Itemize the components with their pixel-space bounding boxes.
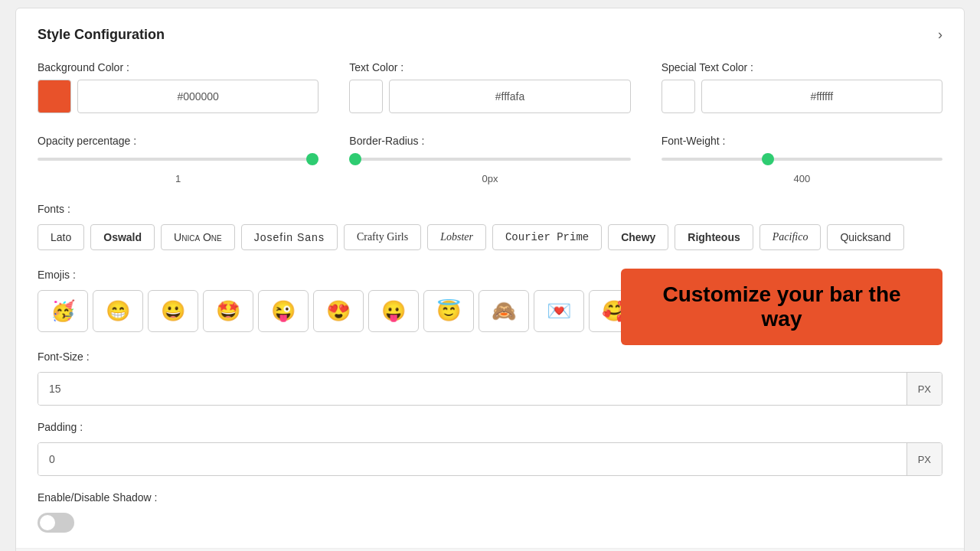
- font-btn-unica[interactable]: Unica One: [161, 224, 235, 250]
- shadow-toggle[interactable]: [38, 513, 74, 533]
- padding-row: Padding : PX: [38, 421, 942, 476]
- font-weight-label: Font-Weight :: [662, 135, 942, 147]
- bg-color-swatch[interactable]: [38, 80, 71, 113]
- font-btn-josefin[interactable]: Josefin Sans: [241, 224, 338, 250]
- opacity-value: 1: [38, 173, 318, 184]
- fontsize-row: Font-Size : PX: [38, 350, 942, 406]
- font-btn-lato[interactable]: Lato: [38, 224, 84, 250]
- shadow-section: Enable/Disable Shadow :: [38, 491, 942, 533]
- emoji-btn-1[interactable]: 😁: [93, 290, 143, 332]
- padding-unit: PX: [906, 443, 942, 475]
- banner-text: Customize your bar the way: [662, 282, 900, 331]
- font-btn-chewy[interactable]: Chewy: [608, 224, 668, 250]
- font-weight-value: 400: [662, 173, 942, 184]
- special-color-swatch[interactable]: [662, 80, 695, 113]
- emoji-btn-9[interactable]: 💌: [534, 290, 584, 332]
- border-radius-slider-group: Border-Radius : 0px: [349, 135, 630, 184]
- text-color-label: Text Color :: [349, 61, 630, 73]
- fontsize-label: Font-Size :: [38, 350, 942, 363]
- font-weight-slider[interactable]: [662, 158, 942, 161]
- opacity-slider[interactable]: [38, 158, 318, 161]
- bg-color-input[interactable]: [77, 80, 318, 113]
- border-radius-slider[interactable]: [349, 158, 630, 161]
- emoji-btn-0[interactable]: 🥳: [38, 290, 88, 332]
- font-weight-slider-group: Font-Weight : 400: [662, 135, 942, 184]
- emoji-btn-8[interactable]: 🙈: [479, 290, 529, 332]
- fontsize-input[interactable]: [38, 373, 906, 405]
- emojis-section: Emojis : 🥳 😁 😀 🤩 😜 😍 😛 😇 🙈 💌 🥰 Customize…: [38, 269, 942, 332]
- padding-label: Padding :: [38, 421, 942, 433]
- fonts-row: Lato Oswald Unica One Josefin Sans Craft…: [38, 224, 942, 250]
- text-color-swatch[interactable]: [349, 80, 383, 113]
- padding-input-wrap: PX: [38, 442, 942, 476]
- bg-color-label: Background Color :: [38, 61, 318, 73]
- opacity-label: Opacity percentage :: [38, 135, 318, 147]
- special-color-input-row: [662, 80, 942, 113]
- font-btn-lobster[interactable]: Lobster: [427, 224, 486, 250]
- font-btn-courier[interactable]: Courier Prime: [492, 224, 602, 250]
- text-color-input[interactable]: [389, 80, 630, 113]
- border-radius-track: [349, 152, 630, 167]
- opacity-track: [38, 152, 318, 167]
- opacity-slider-group: Opacity percentage : 1: [38, 135, 318, 184]
- emoji-btn-2[interactable]: 😀: [148, 290, 198, 332]
- font-btn-crafty[interactable]: Crafty Girls: [344, 224, 421, 250]
- border-radius-label: Border-Radius :: [349, 135, 630, 147]
- emoji-btn-7[interactable]: 😇: [423, 290, 474, 332]
- text-color-group: Text Color :: [349, 61, 630, 113]
- text-color-input-row: [349, 80, 630, 113]
- color-row: Background Color : Text Color : Special …: [38, 61, 942, 113]
- fonts-label: Fonts :: [38, 203, 942, 215]
- special-color-group: Special Text Color :: [662, 61, 942, 113]
- bottom-strip: [16, 548, 964, 551]
- bg-color-group: Background Color :: [38, 61, 318, 113]
- font-btn-quicksand[interactable]: Quicksand: [827, 224, 903, 250]
- customize-banner: Customize your bar the way: [621, 269, 942, 345]
- shadow-toggle-row: [38, 513, 942, 533]
- font-btn-oswald[interactable]: Oswald: [90, 224, 155, 250]
- emoji-btn-3[interactable]: 🤩: [203, 290, 253, 332]
- bg-color-input-row: [38, 80, 318, 113]
- fontsize-unit: PX: [906, 373, 942, 405]
- font-btn-righteous[interactable]: Righteous: [675, 224, 753, 250]
- font-btn-pacifico[interactable]: Pacifico: [760, 224, 822, 250]
- border-radius-value: 0px: [349, 173, 630, 184]
- special-color-input[interactable]: [701, 80, 942, 113]
- emoji-btn-5[interactable]: 😍: [313, 290, 364, 332]
- panel-arrow-icon[interactable]: ›: [938, 27, 942, 43]
- emoji-btn-6[interactable]: 😛: [368, 290, 419, 332]
- font-weight-track: [662, 152, 942, 167]
- panel-header: Style Configuration ›: [38, 27, 942, 43]
- special-color-label: Special Text Color :: [662, 61, 942, 73]
- emoji-btn-4[interactable]: 😜: [258, 290, 309, 332]
- fontsize-input-wrap: PX: [38, 372, 942, 406]
- panel-title: Style Configuration: [38, 27, 165, 43]
- sliders-row: Opacity percentage : 1 Border-Radius : 0…: [38, 135, 942, 184]
- padding-input[interactable]: [38, 443, 906, 475]
- style-configuration-panel: Style Configuration › Background Color :…: [15, 8, 965, 551]
- shadow-label: Enable/Disable Shadow :: [38, 491, 942, 504]
